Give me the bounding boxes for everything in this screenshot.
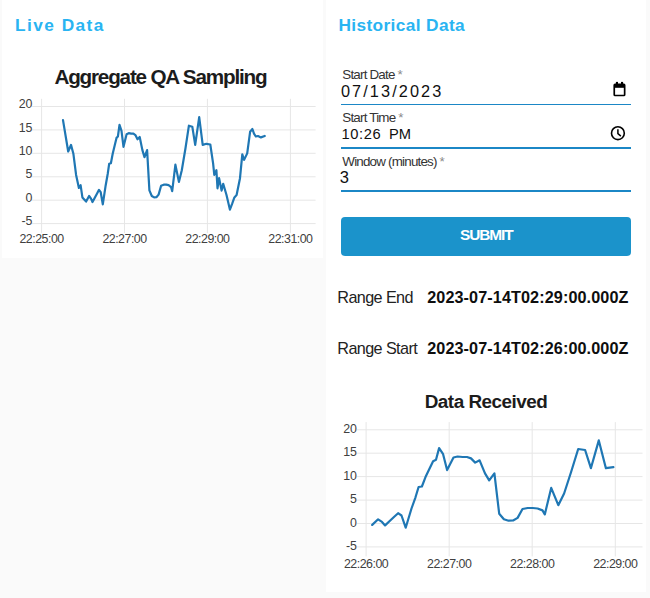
svg-text:15: 15 [19, 121, 33, 135]
svg-text:5: 5 [25, 167, 32, 181]
svg-text:0: 0 [25, 191, 32, 205]
svg-text:20: 20 [19, 97, 33, 111]
svg-text:10: 10 [19, 144, 33, 158]
svg-text:SUBMIT: SUBMIT [460, 226, 514, 243]
svg-text:-5: -5 [22, 214, 33, 228]
svg-text:Live Data: Live Data [15, 15, 105, 35]
svg-text:22:27:00: 22:27:00 [102, 232, 147, 246]
svg-text:Aggregate QA Sampling: Aggregate QA Sampling [54, 65, 267, 88]
svg-text:22:25:00: 22:25:00 [19, 232, 64, 246]
svg-text:22:31:00: 22:31:00 [268, 232, 313, 246]
svg-text:22:29:00: 22:29:00 [185, 232, 230, 246]
